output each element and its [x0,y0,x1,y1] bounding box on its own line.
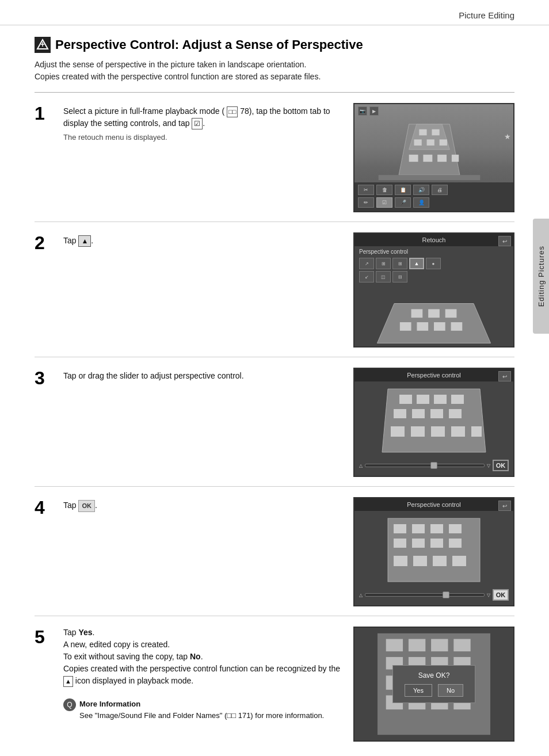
retouch-icon-6[interactable]: ↙ [359,271,374,282]
svg-rect-26 [434,395,447,404]
svg-rect-45 [449,539,462,548]
step-1-content: Select a picture in full-frame playback … [63,103,342,142]
screen2-label: Retouch [422,236,446,243]
step-3-content: Tap or drag the slider to adjust perspec… [63,368,342,385]
menu-icon-6[interactable]: ✏ [358,197,374,208]
svg-rect-30 [430,409,443,418]
more-info-text: More Information See "Image/Sound File a… [79,698,324,721]
side-tab-label: Editing Pictures [537,246,546,307]
svg-rect-32 [391,426,405,437]
step-3-text: Tap or drag the slider to adjust perspec… [63,370,342,382]
svg-rect-22 [451,322,463,331]
svg-rect-8 [427,139,434,146]
step-2-number: 2 [35,234,52,252]
step-5: 5 Tap Yes. A new, edited copy is created… [35,616,514,751]
svg-rect-20 [417,322,428,331]
more-info-icon: Q [63,698,76,711]
svg-rect-51 [386,639,403,652]
step-4-content: Tap OK. [63,497,342,516]
save-dialog-title: Save OK? [405,671,463,679]
menu-icon-3[interactable]: 📋 [395,185,411,195]
svg-rect-21 [434,322,445,331]
side-tab: Editing Pictures [533,219,549,334]
svg-rect-48 [433,556,447,566]
svg-rect-24 [399,395,412,404]
page-container: Picture Editing Editing Pictures Perspec… [0,0,549,756]
page-title: Perspective Control: Adjust a Sense of P… [55,37,363,52]
retouch-icon-8[interactable]: ⊟ [392,271,407,282]
slider-track-4[interactable] [365,593,485,597]
screen3-back[interactable]: ↩ [498,371,511,381]
slider-thumb-4[interactable] [443,591,449,598]
retouch-icon-1[interactable]: ↗ [359,258,374,269]
step-3-number: 3 [35,369,52,387]
retouch-icon-5[interactable]: ● [426,258,441,269]
header-title: Picture Editing [459,10,514,20]
save-no-button[interactable]: No [438,684,463,697]
slider-triangle-left: △ [359,463,363,468]
step-4: 4 Tap OK. Perspective control ↩ [35,487,514,616]
retouch-icon-3[interactable]: ⊞ [392,258,407,269]
screen2-back[interactable]: ↩ [498,236,511,246]
ok-button-4[interactable]: OK [493,589,509,601]
slider-track[interactable] [365,464,485,467]
ok-button-3[interactable]: OK [493,460,509,471]
svg-rect-43 [412,539,425,548]
step-1: 1 Select a picture in full-frame playbac… [35,93,514,222]
svg-rect-47 [413,556,427,566]
retouch-icon-perspective[interactable]: ▲ [409,258,424,269]
menu-icon-8[interactable]: 🎤 [395,197,411,208]
svg-rect-46 [394,556,407,566]
svg-rect-38 [394,524,406,533]
retouch-icon-2[interactable]: ⊞ [376,258,391,269]
steps-container: 1 Select a picture in full-frame playbac… [35,93,514,751]
slider-thumb[interactable] [430,462,437,469]
retouch-icon-7[interactable]: ◫ [376,271,391,282]
svg-rect-39 [412,524,425,533]
svg-rect-27 [451,395,464,404]
menu-icon-5[interactable]: 🖨 [432,185,448,195]
save-dialog: Save OK? Yes No [392,665,475,703]
svg-rect-29 [412,409,425,418]
svg-rect-49 [452,556,466,566]
step-1-image: 📷 ▶ ★ [353,103,514,212]
svg-rect-12 [437,155,447,162]
svg-rect-5 [419,129,426,136]
slider-triangle-left-4: △ [359,593,363,598]
main-content: Perspective Control: Adjust a Sense of P… [0,25,549,756]
menu-icon-7[interactable]: ☑ [376,197,392,208]
slider-triangle-right: ▽ [487,463,490,468]
step-2-image: Retouch ↩ Perspective control ↗ ⊞ ⊞ ▲ [353,232,514,348]
svg-rect-7 [414,139,422,146]
page-header: Picture Editing [0,0,549,25]
svg-rect-14 [379,175,481,180]
step-3-image: Perspective control ↩ [353,368,514,477]
menu-icon-1[interactable]: ✂ [358,185,374,195]
step-4-number: 4 [35,498,52,517]
step-1-note: The retouch menu is displayed. [63,133,342,142]
svg-rect-17 [428,309,440,318]
svg-rect-42 [394,539,406,548]
menu-icon-9[interactable]: 👤 [413,197,429,208]
step-5-content: Tap Yes. A new, edited copy is created. … [63,627,342,721]
screen4-back[interactable]: ↩ [498,501,511,511]
menu-icon-4[interactable]: 🔊 [413,185,429,195]
svg-rect-10 [409,155,418,162]
step-3: 3 Tap or drag the slider to adjust persp… [35,357,514,487]
svg-rect-6 [432,129,439,136]
slider-triangle-right-4: ▽ [487,593,490,598]
svg-rect-28 [394,409,406,418]
step-1-number: 1 [35,104,52,123]
screen2-perspective: Perspective control [359,249,408,255]
menu-icon-2[interactable]: 🗑 [376,185,392,195]
step-4-text: Tap OK. [63,499,342,512]
more-info-section: Q More Information See "Image/Sound File… [63,695,342,721]
save-yes-button[interactable]: Yes [405,684,432,697]
svg-rect-53 [431,639,448,652]
svg-rect-11 [423,155,432,162]
section-description: Adjust the sense of perspective in the p… [35,59,514,83]
section-title: Perspective Control: Adjust a Sense of P… [35,37,514,53]
svg-rect-9 [440,139,447,146]
screen3-label: Perspective control [407,372,461,379]
svg-rect-16 [411,309,423,318]
